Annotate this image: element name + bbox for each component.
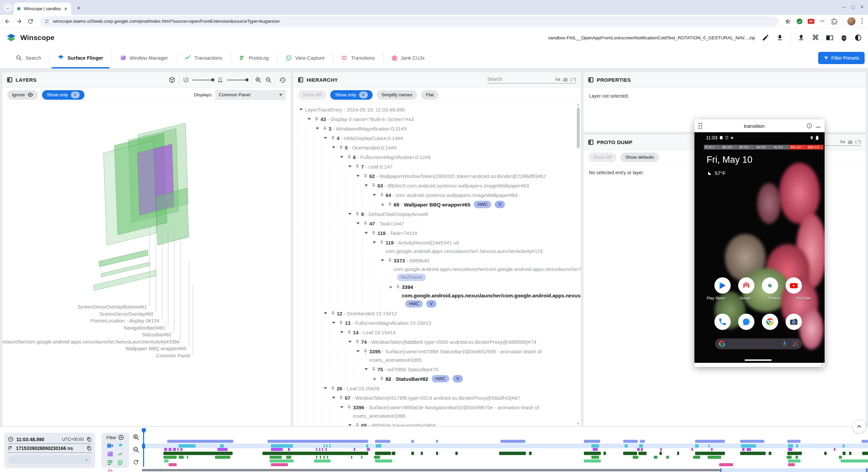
tree-node[interactable]: 47 - Task=1#47 <box>297 219 572 228</box>
shortcuts-icon[interactable]: ⌘ <box>812 34 819 41</box>
transactions-trace-icon[interactable] <box>117 451 124 457</box>
spacing-slider[interactable] <box>227 80 248 80</box>
3d-view-icon[interactable] <box>169 76 176 83</box>
site-settings-icon[interactable] <box>44 19 50 24</box>
timeline-zoom-out-icon[interactable] <box>133 446 140 453</box>
tab-jank-cujs[interactable]: Jank CUJs <box>383 47 433 68</box>
extension-media-icon[interactable] <box>808 18 814 25</box>
new-tab-button[interactable]: + <box>75 4 83 12</box>
layer-sheet[interactable] <box>156 188 189 245</box>
pin-icon[interactable] <box>370 365 377 374</box>
pin-icon[interactable] <box>337 143 345 152</box>
layer-sheet[interactable] <box>103 141 157 245</box>
tab-surface-flinger[interactable]: Surface Flinger <box>50 47 112 68</box>
profile-avatar[interactable] <box>847 17 855 25</box>
rotation-slider[interactable] <box>193 80 214 80</box>
hierarchy-scrollbar[interactable]: ▲ ▼ <box>576 103 580 426</box>
pin-icon[interactable] <box>354 210 361 218</box>
expand-arrow-icon[interactable] <box>371 238 378 247</box>
camera-app-icon[interactable] <box>786 314 802 330</box>
layers-3d-view[interactable]: ScreenDecorOverlayBottom#61ScreenDecorOv… <box>2 102 291 426</box>
expand-arrow-icon[interactable] <box>362 181 370 190</box>
url-bar[interactable]: winscope.teams.x20web.corp.google.com/pr… <box>40 16 778 26</box>
extensions-puzzle-icon[interactable] <box>831 18 837 25</box>
timestamp-value[interactable]: 11:03:48.890 <box>16 437 44 442</box>
tab-close-icon[interactable]: ✕ <box>63 6 68 12</box>
screen-recording-trace-icon[interactable] <box>107 442 114 449</box>
tab-protolog[interactable]: ProtoLog <box>231 47 277 68</box>
copy-icon[interactable] <box>86 437 92 442</box>
tree-node[interactable]: 14 - Leaf:15:15#14 <box>297 328 572 337</box>
tree-node[interactable]: 74 - WindowToken{fdddbe6 type=2000 andro… <box>297 337 572 347</box>
pin-icon[interactable] <box>346 403 353 412</box>
tree-node[interactable]: 3 - WindowedMagnification:0:31#3 <box>297 124 572 133</box>
extension-check-icon[interactable] <box>796 18 803 25</box>
tree-node[interactable]: 12 - OneHanded:15:15#12 <box>297 309 572 318</box>
pin-icon[interactable] <box>329 384 337 393</box>
documentation-book-icon[interactable] <box>826 34 833 41</box>
google-search-bar[interactable] <box>715 338 802 349</box>
expand-arrow-icon[interactable] <box>322 134 329 142</box>
expand-arrow-icon[interactable] <box>346 210 354 218</box>
drag-handle-icon[interactable] <box>698 123 702 129</box>
regex-icon[interactable]: (.*) <box>855 139 861 144</box>
expand-arrow-icon[interactable] <box>338 403 346 412</box>
pin-icon[interactable] <box>329 309 337 318</box>
overlay-titlebar[interactable]: transition <box>694 119 825 132</box>
pin-icon[interactable] <box>378 238 386 247</box>
displays-select[interactable]: Common Panel <box>215 90 286 100</box>
simplify-names-button[interactable]: Simplify names <box>377 90 417 100</box>
pin-icon[interactable] <box>346 328 353 337</box>
range-handle-right[interactable] <box>866 468 868 472</box>
pin-icon[interactable] <box>386 256 394 265</box>
extension-scissors-icon[interactable]: ✂ <box>819 18 826 25</box>
transition-screenshot-window[interactable]: transition 11:03 P: 0 / 1dX: 0.0dY: 0.0X… <box>694 119 825 367</box>
tree-node[interactable]: 119 - ActivityRecord{24e5341 u0 com.goog… <box>297 238 572 256</box>
copy-icon[interactable] <box>86 446 92 451</box>
edit-icon[interactable] <box>762 34 769 41</box>
gmail-app-icon[interactable] <box>738 277 754 294</box>
window-minimize-icon[interactable]: — <box>842 4 846 9</box>
view-capture-trace-icon[interactable] <box>117 459 124 466</box>
tree-node[interactable]: 63 - 8fb0ec5 com.android.systemui.wallpa… <box>297 181 572 190</box>
pin-icon[interactable] <box>362 172 369 180</box>
timeline-zoom-in-icon[interactable] <box>133 434 140 441</box>
tree-node[interactable]: 5 - OneHanded:0:14#5 <box>297 143 572 152</box>
timeline-cursor-handle[interactable] <box>142 444 145 449</box>
expand-arrow-icon[interactable] <box>305 115 313 123</box>
match-case-icon[interactable]: Aa <box>555 77 560 82</box>
tree-node[interactable]: 13 - FullscreenMagnification:15:15#13 <box>297 318 572 328</box>
expand-arrow-icon[interactable] <box>362 229 370 237</box>
collapse-panel-icon[interactable] <box>298 77 303 82</box>
pin-icon[interactable] <box>362 347 369 356</box>
flat-button[interactable]: Flat <box>421 90 438 100</box>
tree-node[interactable]: 6 - FullscreenMagnification:0:12#6 <box>297 152 572 162</box>
mic-icon[interactable] <box>782 341 788 347</box>
play-store-app-icon[interactable] <box>714 277 731 294</box>
hierarchy-search-input[interactable] <box>487 76 552 82</box>
tree-node[interactable]: 75 - ed70f88 StatusBar#75 <box>297 365 572 374</box>
show-only-visible-button[interactable]: Show only V <box>42 90 84 100</box>
expand-arrow-icon[interactable] <box>371 191 378 199</box>
expand-arrow-icon[interactable] <box>338 328 346 337</box>
collapse-panel-icon[interactable] <box>588 77 593 82</box>
expand-arrow-icon[interactable] <box>322 384 329 393</box>
tree-node[interactable]: 3373 - 6989b49 com.google.android.apps.n… <box>297 256 572 282</box>
tab-search[interactable]: Search <box>7 47 49 68</box>
next-entry-button[interactable]: › <box>85 457 87 463</box>
timeline-range-selector[interactable] <box>142 468 868 472</box>
scroll-to-top-button[interactable] <box>852 420 866 433</box>
window-close-icon[interactable]: ✕ <box>860 4 864 9</box>
browser-menu-icon[interactable] <box>860 18 864 24</box>
match-word-icon[interactable]: ab <box>848 139 852 144</box>
messages-app-icon[interactable] <box>738 314 754 330</box>
pin-icon[interactable] <box>370 181 377 190</box>
expand-arrow-icon[interactable] <box>346 421 354 427</box>
show-diff-button[interactable]: Show diff <box>298 90 326 100</box>
protolog-trace-icon[interactable] <box>107 459 114 466</box>
dark-mode-icon[interactable] <box>854 34 862 41</box>
expand-arrow-icon[interactable] <box>362 365 370 374</box>
ns-time-row[interactable]: 1715339028890230166 ns <box>8 444 92 453</box>
surface-flinger-trace-icon[interactable] <box>117 442 124 449</box>
expand-arrow-icon[interactable] <box>346 162 354 171</box>
